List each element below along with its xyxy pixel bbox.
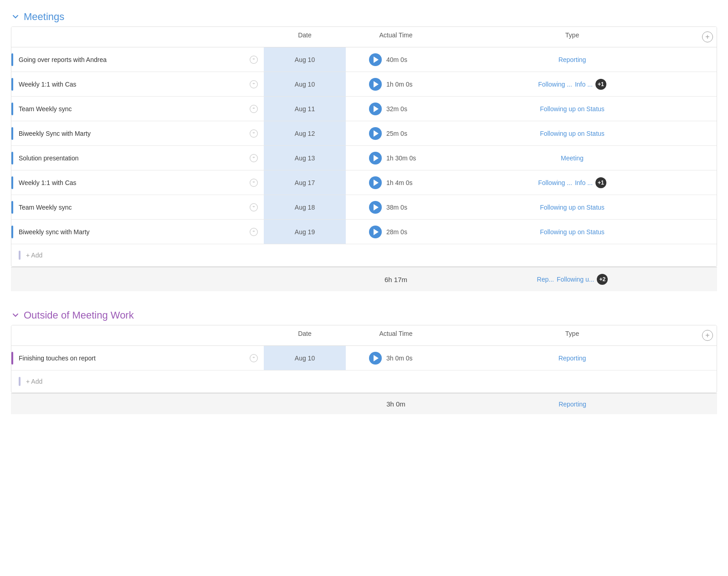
row-name-cell: Finishing touches on report <box>11 347 264 369</box>
summary-type-following[interactable]: Following u... <box>557 276 594 283</box>
row-date: Aug 10 <box>264 72 346 96</box>
row-time-cell: 1h 4m 0s <box>346 172 446 194</box>
comment-icon[interactable] <box>247 201 260 214</box>
row-name: Biweekly Sync with Marty <box>19 130 244 137</box>
row-actual-time: 25m 0s <box>386 130 423 137</box>
badge-count: +1 <box>595 177 606 188</box>
play-button[interactable] <box>369 352 382 365</box>
row-actual-time: 1h 4m 0s <box>386 179 423 186</box>
row-name-cell: Solution presentation <box>11 147 264 169</box>
play-button[interactable] <box>369 201 382 214</box>
outside-table: Date Actual Time Type + Finishing touche… <box>11 325 717 393</box>
row-time-cell: 1h 30m 0s <box>346 147 446 169</box>
play-button[interactable] <box>369 53 382 66</box>
meetings-header: Meetings <box>11 11 717 23</box>
outside-summary-types: Reporting <box>446 401 699 408</box>
play-button[interactable] <box>369 152 382 165</box>
type-badge[interactable]: Following up on Status <box>540 204 605 211</box>
meetings-add-button[interactable]: + <box>702 31 713 42</box>
play-button[interactable] <box>369 103 382 115</box>
type-badge[interactable]: Reporting <box>559 355 586 362</box>
comment-icon[interactable] <box>247 352 260 365</box>
row-name: Team Weekly sync <box>19 204 244 211</box>
row-time-cell: 28m 0s <box>346 221 446 243</box>
outside-col-date: Date <box>264 330 346 341</box>
row-date: Aug 19 <box>264 220 346 244</box>
table-row: Weekly 1:1 with Cas Aug 17 1h 4m 0s Foll… <box>11 170 717 195</box>
summary-badge-count: +2 <box>597 274 608 285</box>
add-row-bar-icon <box>19 377 21 386</box>
type-badge[interactable]: Following up on Status <box>540 105 605 113</box>
type-badge-info[interactable]: Info ... <box>575 179 593 186</box>
outside-section: Outside of Meeting Work Date Actual Time… <box>11 309 717 414</box>
comment-icon[interactable] <box>247 78 260 91</box>
type-badge-info[interactable]: Info ... <box>575 81 593 88</box>
row-name: Team Weekly sync <box>19 105 244 113</box>
summary-type-rep[interactable]: Rep... <box>537 276 554 283</box>
type-badge-following[interactable]: Following ... <box>538 179 572 186</box>
meetings-chevron-icon[interactable] <box>11 12 20 21</box>
comment-icon[interactable] <box>247 176 260 189</box>
badge-count: +1 <box>595 79 606 90</box>
type-badge-following[interactable]: Following ... <box>538 81 572 88</box>
row-type-cell: Following up on Status <box>446 125 698 142</box>
row-name-cell: Weekly 1:1 with Cas <box>11 172 264 194</box>
row-date: Aug 10 <box>264 47 346 72</box>
row-bar-icon <box>11 176 13 189</box>
meetings-add-label[interactable]: + Add <box>26 252 42 259</box>
outside-header: Outside of Meeting Work <box>11 309 717 321</box>
comment-icon[interactable] <box>247 152 260 165</box>
row-name: Weekly 1:1 with Cas <box>19 179 244 186</box>
play-button[interactable] <box>369 176 382 189</box>
row-name-cell: Team Weekly sync <box>11 196 264 218</box>
row-name-cell: Biweekly sync with Marty <box>11 221 264 243</box>
meetings-add-col: + <box>698 31 717 42</box>
comment-icon[interactable] <box>247 53 260 66</box>
summary-type-reporting[interactable]: Reporting <box>559 401 586 408</box>
outside-add-label[interactable]: + Add <box>26 378 42 385</box>
row-time-cell: 25m 0s <box>346 123 446 144</box>
row-date: Aug 13 <box>264 146 346 170</box>
row-type-cell: Reporting <box>446 350 698 366</box>
outside-title: Outside of Meeting Work <box>24 309 134 321</box>
row-name-cell: Going over reports with Andrea <box>11 49 264 71</box>
type-badge[interactable]: Following up on Status <box>540 228 605 236</box>
play-button[interactable] <box>369 226 382 238</box>
meetings-summary-types: Rep... Following u... +2 <box>446 274 699 285</box>
type-badge[interactable]: Following up on Status <box>540 130 605 137</box>
outside-chevron-icon[interactable] <box>11 311 20 320</box>
meetings-table: Date Actual Time Type + Going over repor… <box>11 26 717 267</box>
outside-col-name <box>11 330 264 341</box>
type-badge[interactable]: Meeting <box>561 154 584 162</box>
row-name: Going over reports with Andrea <box>19 56 244 63</box>
row-bar-icon <box>11 78 13 91</box>
table-row: Going over reports with Andrea Aug 10 40… <box>11 47 717 72</box>
row-type-cell: Meeting <box>446 150 698 166</box>
meetings-col-date: Date <box>264 31 346 42</box>
meetings-summary-time: 6h 17m <box>346 276 446 283</box>
type-badge[interactable]: Reporting <box>559 56 586 63</box>
row-bar-icon <box>11 152 13 165</box>
row-type-cell: Following up on Status <box>446 199 698 216</box>
row-type-cell: Following ... Info ... +1 <box>446 173 698 193</box>
outside-summary-row: 3h 0m Reporting <box>11 393 717 414</box>
outside-add-row[interactable]: + Add <box>11 370 717 393</box>
meetings-add-row[interactable]: + Add <box>11 244 717 267</box>
play-button[interactable] <box>369 127 382 140</box>
row-time-cell: 38m 0s <box>346 196 446 218</box>
outside-col-time: Actual Time <box>346 330 446 341</box>
row-bar-icon <box>11 53 13 66</box>
row-name: Solution presentation <box>19 154 244 162</box>
table-row: Team Weekly sync Aug 18 38m 0s Following… <box>11 195 717 220</box>
row-date: Aug 18 <box>264 195 346 219</box>
comment-icon[interactable] <box>247 226 260 238</box>
meetings-summary-row: 6h 17m Rep... Following u... +2 <box>11 267 717 291</box>
comment-icon[interactable] <box>247 127 260 140</box>
table-row: Weekly 1:1 with Cas Aug 10 1h 0m 0s Foll… <box>11 72 717 97</box>
outside-add-button[interactable]: + <box>702 330 713 341</box>
play-button[interactable] <box>369 78 382 91</box>
row-bar-icon <box>11 127 13 140</box>
row-actual-time: 3h 0m 0s <box>386 355 423 362</box>
comment-icon[interactable] <box>247 103 260 115</box>
add-row-bar-icon <box>19 251 21 260</box>
